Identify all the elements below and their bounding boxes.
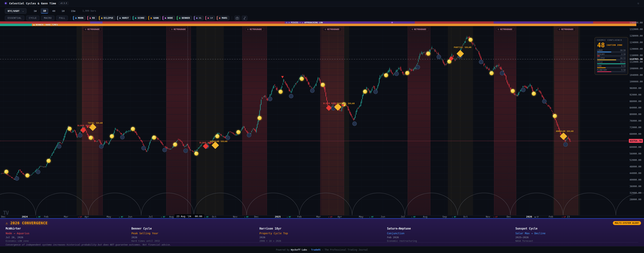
time-label-2026: 2026: [526, 215, 532, 218]
price-tick: 100000.00: [630, 80, 643, 83]
node-banner-dot: [391, 22, 393, 23]
toggle-node[interactable]: NODE: [162, 16, 175, 20]
time-label-feb: Feb: [44, 215, 48, 218]
price-tick: 116000.00: [630, 54, 643, 57]
timeframe-tab-1w[interactable]: 1W: [31, 8, 39, 14]
confluence-rows: LUNAR10/20MERCURY2/20ECLIPSE10/15CYCLE15…: [597, 49, 626, 72]
chevron-down-icon: ⌄: [22, 10, 24, 12]
price-tick: 84000.00: [630, 106, 641, 109]
new-moon-marker: [521, 88, 525, 92]
confluence-metric-label: GANN: [597, 65, 602, 67]
full-moon-marker: [25, 174, 30, 178]
price-tick: 92000.00: [630, 93, 641, 96]
benner-cycle-banner: ▣ BENNER: HARD TIMES: [0, 24, 636, 26]
column-date: 2026: [260, 236, 288, 239]
preset-button-macro[interactable]: MACRO: [41, 16, 54, 20]
cycle-marker-ct: ● CT: [534, 216, 539, 218]
timeframe-tab-15m[interactable]: 15m: [69, 8, 78, 14]
preset-button-cycle[interactable]: CYCLE: [26, 16, 40, 20]
toggle-eclipse[interactable]: ECLIPSE: [99, 16, 116, 20]
footer-product-link[interactable]: TradeOS: [311, 248, 320, 251]
time-label-mar: Mar: [316, 215, 320, 218]
full-moon-marker: [511, 89, 515, 93]
column-title: Harrison 18yr: [260, 227, 288, 230]
toggle-moon[interactable]: MOON: [73, 16, 86, 20]
chart-canvas[interactable]: ☿ RETROGRADE☿ RETROGRADE☿ RETROGRADE☿ RE…: [0, 21, 644, 219]
column-subtitle: Solar Max → Decline: [516, 232, 546, 235]
price-tick: 96000.00: [630, 87, 641, 90]
timeframe-tab-1d[interactable]: 1D: [41, 8, 48, 14]
confluence-zone-label: CAUTION ZONE: [607, 44, 622, 46]
confluence-row-header: PLANETARY5/10: [597, 69, 626, 71]
confluence-bar-fill: [597, 60, 616, 60]
cycle-marker-lt: ◂ LT: [493, 216, 498, 218]
confluence-metric-value: 15/15: [620, 61, 626, 63]
price-tick: 52000.00: [630, 158, 641, 162]
eclipse-label: PARTIAL SOLAR: [337, 102, 355, 104]
time-label-may: May: [359, 215, 363, 218]
screenshot-button[interactable]: [234, 16, 240, 20]
eclipse-label: BLOOD MOON: [323, 102, 337, 104]
toggle-dot: [219, 18, 220, 19]
column-title: Benner Cycle: [132, 227, 160, 230]
price-tick: 136000.00: [630, 21, 643, 24]
link-icon: [243, 17, 246, 20]
toggle-gann[interactable]: GANN: [148, 16, 161, 20]
price-tick: 120000.00: [630, 48, 643, 50]
cycle-marker-lt: ◂ LT: [562, 216, 566, 218]
column-subtitle: Property Cycle Top: [260, 232, 288, 235]
price-tick: 76000.00: [630, 119, 641, 122]
footer-brand: Wyckoff Labs: [291, 248, 307, 251]
new-moon-marker: [289, 94, 293, 98]
toggle-score[interactable]: SCORE: [133, 16, 146, 20]
symbol-select[interactable]: BTC/USDT ⌄: [5, 8, 26, 14]
toggle-hurst[interactable]: HURST: [117, 16, 131, 20]
price-tick: 104000.00: [630, 74, 643, 76]
column-date: 2025–2026: [516, 236, 546, 239]
time-axis-separator: [0, 215, 644, 216]
full-moon-marker: [194, 152, 198, 156]
confluence-title: COSMIC CONFLUENCE: [597, 39, 626, 41]
full-moon-marker: [300, 77, 304, 81]
toggle-♃♄[interactable]: ♃♄: [194, 16, 204, 20]
time-label-jul: Jul: [148, 215, 153, 218]
time-label-aug: Aug: [169, 215, 174, 218]
confluence-row-eclipse: ECLIPSE10/15: [597, 57, 626, 60]
toolbar-main: BTC/USDT ⌄ 1W1D4H1H15m 1,999 bars: [0, 7, 644, 15]
toggle-group: MOONRXECLIPSEHURSTSCOREGANNNODEBENNER♃♄♄…: [73, 16, 229, 20]
last-price-label: 63754.70: [629, 139, 643, 143]
divider: [6, 242, 638, 242]
timeframe-tab-1h[interactable]: 1H: [59, 8, 67, 14]
settings-gear-icon[interactable]: ⚙: [638, 2, 639, 5]
toggle-mars[interactable]: MARS: [217, 16, 229, 20]
toggle-rx[interactable]: RX: [87, 16, 97, 20]
column-subtitle: Node → Aquarius: [6, 232, 29, 235]
confluence-bar-fill: [597, 68, 606, 68]
timeframe-tab-4h[interactable]: 4H: [50, 8, 58, 14]
camera-icon: [236, 17, 239, 19]
price-tick: 36000.00: [630, 185, 641, 188]
time-label-feb: Feb: [549, 215, 553, 218]
toggle-label: ECLIPSE: [104, 17, 113, 19]
toggle-benner[interactable]: BENNER: [177, 16, 192, 20]
symbol-label: BTC/USDT: [8, 10, 20, 12]
cycle-marker-rt: ▸ RT: [119, 216, 123, 218]
banner-text: ☊ ♓ PISCES — ↓ APPROACHING LOW: [286, 22, 323, 24]
new-moon-marker: [247, 133, 251, 137]
time-label-mar: Mar: [64, 215, 68, 218]
preset-button-essential[interactable]: ESSENTIAL: [5, 16, 24, 20]
full-moon-marker: [363, 90, 367, 94]
crosshair-date: 23 Aug '24: [176, 215, 191, 218]
toggle-♄♆[interactable]: ♄♆: [205, 16, 215, 20]
toggle-label: MARS: [222, 17, 227, 19]
node-sign-banner: ☊ ♓ PISCES — ↓ APPROACHING LOW: [0, 22, 636, 24]
share-link-button[interactable]: [242, 16, 248, 20]
full-moon-marker: [4, 170, 8, 174]
preset-button-full[interactable]: FULL: [56, 16, 68, 20]
column-date: 2026: [132, 236, 160, 239]
confluence-bar-fill: [597, 64, 626, 64]
full-moon-marker: [173, 142, 177, 146]
banner-segment: [415, 22, 494, 24]
confluence-metric-label: CYCLE: [597, 61, 603, 63]
toggle-dot: [208, 18, 209, 19]
